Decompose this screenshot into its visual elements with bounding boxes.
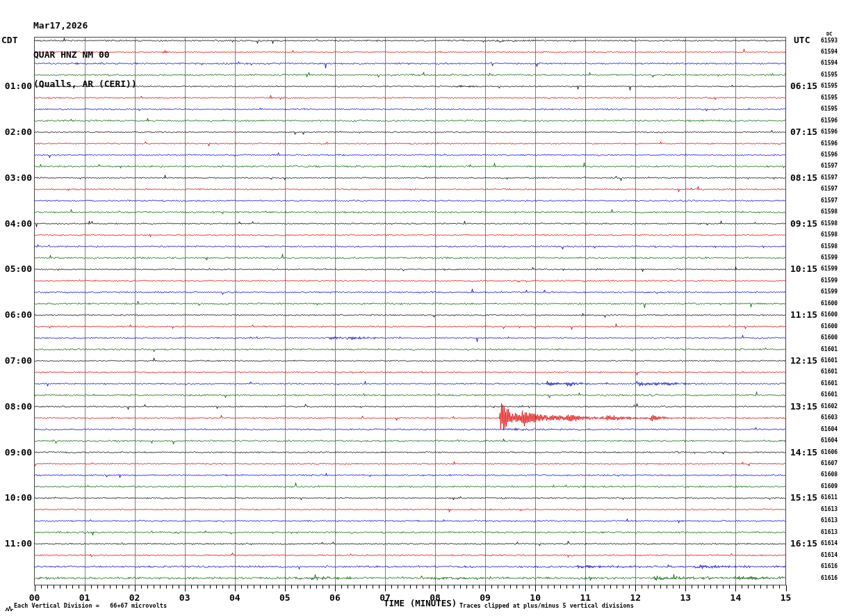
dc-offset-value: 61616 bbox=[821, 563, 838, 569]
dc-offset-value: 61593 bbox=[821, 38, 838, 44]
dc-offset-value: 61601 bbox=[821, 391, 838, 398]
dc-offset-value: 61616 bbox=[821, 575, 838, 581]
utc-hour-label: 10:15 bbox=[790, 264, 817, 274]
cdt-hour-label: 07:00 bbox=[1, 355, 32, 366]
dc-offset-value: 61594 bbox=[821, 49, 838, 55]
left-timezone-header: CDT bbox=[1, 35, 17, 45]
dc-offset-value: 61597 bbox=[821, 186, 838, 192]
dc-offset-value: 61601 bbox=[821, 357, 838, 364]
cdt-hour-label: 06:00 bbox=[1, 309, 32, 320]
utc-hour-label: 15:15 bbox=[790, 492, 817, 503]
x-axis-tick-label: 12 bbox=[630, 592, 641, 603]
cdt-hour-label: 01:00 bbox=[1, 81, 32, 91]
dc-offset-value: 61601 bbox=[821, 380, 838, 387]
utc-hour-label: 11:15 bbox=[790, 309, 817, 320]
dc-offset-value: 61600 bbox=[821, 334, 838, 341]
utc-hour-label: 13:15 bbox=[790, 401, 817, 412]
utc-hour-label: 08:15 bbox=[790, 172, 817, 183]
tiny-seismogram-squiggle-icon bbox=[5, 606, 13, 612]
dc-offset-value: 61597 bbox=[821, 175, 838, 181]
dc-offset-value: 61607 bbox=[821, 460, 838, 467]
dc-column-header: DC bbox=[826, 31, 832, 37]
cdt-hour-label: 05:00 bbox=[1, 264, 32, 274]
dc-offset-value: 61596 bbox=[821, 129, 838, 135]
dc-offset-value: 61601 bbox=[821, 346, 838, 352]
x-axis-tick-label: 14 bbox=[730, 592, 742, 603]
dc-offset-value: 61597 bbox=[821, 163, 838, 169]
x-axis-tick-label: 00 bbox=[29, 592, 40, 603]
scale-note: Each Vertical Division = 66+67 microvolt… bbox=[14, 602, 167, 609]
dc-offset-value: 61609 bbox=[821, 483, 838, 489]
x-axis-tick-label: 15 bbox=[781, 592, 792, 603]
x-axis-tick-label: 01 bbox=[79, 592, 90, 603]
dc-offset-value: 61600 bbox=[821, 323, 838, 330]
dc-offset-value: 61599 bbox=[821, 277, 838, 284]
dc-offset-value: 61599 bbox=[821, 289, 838, 295]
dc-offset-value: 61595 bbox=[821, 95, 838, 101]
dc-offset-value: 61604 bbox=[821, 437, 838, 444]
dc-offset-value: 61598 bbox=[821, 232, 838, 238]
cdt-hour-label: 04:00 bbox=[1, 218, 32, 229]
dc-offset-value: 61599 bbox=[821, 254, 838, 261]
title-station-code: QUAR HNZ NM 00 bbox=[33, 50, 137, 60]
dc-offset-value: 61598 bbox=[821, 220, 838, 227]
utc-hour-label: 07:15 bbox=[790, 127, 817, 137]
dc-offset-value: 61595 bbox=[821, 106, 838, 112]
dc-offset-value: 61600 bbox=[821, 311, 838, 318]
helicorder-page: Mar17,2026 QUAR HNZ NM 00 (Qualls, AR (C… bbox=[0, 0, 841, 616]
x-axis-title: TIME (MINUTES) bbox=[384, 598, 457, 608]
title-station-location: (Qualls, AR (CERI)) bbox=[33, 79, 137, 89]
dc-offset-value: 61613 bbox=[821, 529, 838, 535]
x-axis-tick-label: 03 bbox=[179, 592, 190, 603]
dc-offset-value: 61595 bbox=[821, 83, 838, 89]
dc-offset-value: 61601 bbox=[821, 368, 838, 375]
dc-offset-value: 61608 bbox=[821, 471, 838, 478]
dc-offset-value: 61595 bbox=[821, 72, 838, 78]
dc-offset-value: 61614 bbox=[821, 540, 838, 546]
dc-offset-value: 61606 bbox=[821, 449, 838, 455]
dc-offset-value: 61596 bbox=[821, 152, 838, 158]
dc-offset-value: 61594 bbox=[821, 60, 838, 66]
dc-offset-value: 61604 bbox=[821, 426, 838, 432]
cdt-hour-label: 02:00 bbox=[1, 127, 32, 137]
dc-offset-value: 61598 bbox=[821, 209, 838, 215]
dc-offset-value: 61613 bbox=[821, 506, 838, 512]
utc-hour-label: 09:15 bbox=[790, 218, 817, 229]
dc-offset-value: 61603 bbox=[821, 414, 838, 421]
x-axis-tick-label: 11 bbox=[580, 592, 591, 603]
plot-title-block: Mar17,2026 QUAR HNZ NM 00 (Qualls, AR (C… bbox=[33, 1, 137, 108]
dc-offset-value: 61598 bbox=[821, 243, 838, 250]
cdt-hour-label: 11:00 bbox=[1, 538, 32, 549]
title-date: Mar17,2026 bbox=[33, 21, 137, 31]
dc-offset-value: 61613 bbox=[821, 517, 838, 524]
utc-hour-label: 06:15 bbox=[790, 81, 817, 91]
cdt-hour-label: 03:00 bbox=[1, 172, 32, 183]
dc-offset-value: 61599 bbox=[821, 266, 838, 272]
x-axis-tick-label: 06 bbox=[329, 592, 341, 603]
x-axis-tick-label: 02 bbox=[129, 592, 140, 603]
clip-note: Traces clipped at plus/minus 5 vertical … bbox=[459, 602, 634, 609]
x-axis-tick-label: 04 bbox=[229, 592, 240, 603]
dc-offset-value: 61596 bbox=[821, 140, 838, 147]
dc-offset-value: 61596 bbox=[821, 117, 838, 124]
right-timezone-header: UTC bbox=[794, 35, 810, 45]
dc-offset-value: 61602 bbox=[821, 403, 838, 410]
x-axis-tick-label: 13 bbox=[680, 592, 692, 603]
dc-offset-value: 61597 bbox=[821, 197, 838, 204]
cdt-hour-label: 09:00 bbox=[1, 447, 32, 457]
utc-hour-label: 12:15 bbox=[790, 355, 817, 366]
cdt-hour-label: 10:00 bbox=[1, 492, 32, 503]
x-axis-tick-label: 09 bbox=[480, 592, 491, 603]
utc-hour-label: 14:15 bbox=[790, 447, 817, 457]
dc-offset-value: 61611 bbox=[821, 494, 838, 501]
cdt-hour-label: 08:00 bbox=[1, 401, 32, 412]
dc-offset-value: 61600 bbox=[821, 300, 838, 307]
x-axis-tick-label: 10 bbox=[530, 592, 541, 603]
dc-offset-value: 61614 bbox=[821, 552, 838, 558]
utc-hour-label: 16:15 bbox=[790, 538, 817, 549]
x-axis-tick-label: 05 bbox=[279, 592, 291, 603]
